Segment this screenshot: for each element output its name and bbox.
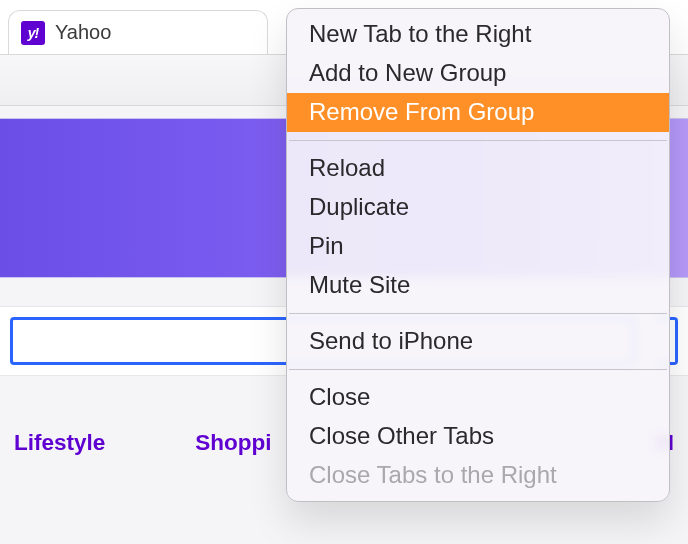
menu-add-to-new-group[interactable]: Add to New Group — [287, 54, 669, 93]
tab-title: Yahoo — [55, 21, 111, 44]
yahoo-favicon: y! — [21, 21, 45, 45]
menu-close-tabs-right: Close Tabs to the Right — [287, 456, 669, 495]
browser-tab[interactable]: y! Yahoo — [8, 10, 268, 54]
menu-send-to-iphone[interactable]: Send to iPhone — [287, 322, 669, 361]
menu-separator — [289, 313, 667, 314]
menu-reload[interactable]: Reload — [287, 149, 669, 188]
menu-separator — [289, 369, 667, 370]
menu-new-tab-right[interactable]: New Tab to the Right — [287, 15, 669, 54]
menu-separator — [289, 140, 667, 141]
menu-close[interactable]: Close — [287, 378, 669, 417]
menu-remove-from-group[interactable]: Remove From Group — [287, 93, 669, 132]
tab-context-menu: New Tab to the Right Add to New Group Re… — [286, 8, 670, 502]
menu-pin[interactable]: Pin — [287, 227, 669, 266]
nav-link-shopping[interactable]: Shoppi — [195, 430, 271, 456]
menu-mute-site[interactable]: Mute Site — [287, 266, 669, 305]
nav-link-lifestyle[interactable]: Lifestyle — [14, 430, 105, 456]
menu-duplicate[interactable]: Duplicate — [287, 188, 669, 227]
menu-close-other-tabs[interactable]: Close Other Tabs — [287, 417, 669, 456]
